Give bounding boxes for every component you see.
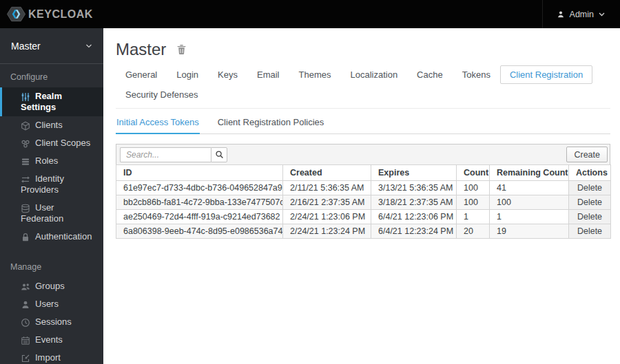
sidebar-item-user-federation[interactable]: User Federation xyxy=(0,199,103,228)
cell-remaining: 19 xyxy=(490,224,569,239)
client-registration-subtabs: Initial Access TokensClient Registration… xyxy=(116,112,610,134)
cell-remaining: 41 xyxy=(490,181,569,195)
cell-created: 2/24/21 1:23:24 PM xyxy=(283,224,371,239)
tab-general[interactable]: General xyxy=(116,65,167,84)
sidebar-section-configure: ConfigureRealm SettingsClientsClient Sco… xyxy=(0,64,103,246)
table-toolbar: Create xyxy=(116,144,610,164)
cell-id: 6a806398-9eeb-474c-8d95-e0986536a74c xyxy=(116,224,283,239)
user-menu[interactable]: Admin xyxy=(542,0,620,28)
cell-id: bb2cb86b-fa81-4c72-9bba-133e7477507c xyxy=(116,195,283,210)
tab-security-defenses[interactable]: Security Defenses xyxy=(116,85,208,104)
table-header-row: IDCreatedExpiresCountRemaining CountActi… xyxy=(116,165,611,181)
cell-count: 20 xyxy=(457,224,490,239)
tab-login[interactable]: Login xyxy=(167,65,208,84)
sidebar-item-label: Client Scopes xyxy=(35,138,90,148)
delete-button[interactable]: Delete xyxy=(577,226,602,236)
sidebar-item-label: Groups xyxy=(35,281,65,291)
lock-icon xyxy=(21,233,30,242)
cube-icon xyxy=(21,121,30,131)
tab-cache[interactable]: Cache xyxy=(407,65,453,84)
cell-actions: Delete xyxy=(569,224,611,239)
delete-button[interactable]: Delete xyxy=(577,197,602,207)
sidebar-item-label: Events xyxy=(35,334,63,345)
page-title: Master xyxy=(116,40,166,59)
clock-icon xyxy=(21,318,30,328)
sidebar-section-manage: ManageGroupsUsersSessionsEventsImportExp… xyxy=(0,254,103,364)
table-row: bb2cb86b-fa81-4c72-9bba-133e7477507c2/16… xyxy=(116,195,611,210)
user-icon xyxy=(21,300,30,310)
create-button[interactable]: Create xyxy=(566,147,608,162)
sidebar-item-label: Sessions xyxy=(35,317,72,327)
cell-expires: 6/4/21 12:23:06 PM xyxy=(371,210,457,224)
sidebar: Master ConfigureRealm SettingsClientsCli… xyxy=(0,28,103,364)
keycloak-logo-icon xyxy=(7,5,25,23)
sidebar-item-sessions[interactable]: Sessions xyxy=(0,313,103,331)
scopes-icon xyxy=(21,139,30,149)
cell-actions: Delete xyxy=(569,195,611,210)
tab-themes[interactable]: Themes xyxy=(289,65,340,84)
sidebar-section-label: Configure xyxy=(0,64,103,87)
sidebar-item-label: Roles xyxy=(35,156,58,166)
sidebar-item-import[interactable]: Import xyxy=(0,349,103,364)
delete-realm-trash-icon[interactable] xyxy=(176,44,187,55)
tab-tokens[interactable]: Tokens xyxy=(453,65,500,84)
database-icon xyxy=(21,204,30,213)
exchange-icon xyxy=(21,175,30,184)
cell-count: 1 xyxy=(457,210,490,224)
sidebar-item-realm-settings[interactable]: Realm Settings xyxy=(0,87,103,116)
sidebar-item-label: Clients xyxy=(35,120,63,130)
tab-keys[interactable]: Keys xyxy=(208,65,247,84)
column-header-created: Created xyxy=(283,165,371,181)
delete-button[interactable]: Delete xyxy=(577,212,602,222)
cell-created: 2/24/21 1:23:06 PM xyxy=(283,210,371,224)
calendar-icon xyxy=(21,336,30,345)
initial-access-tokens-table: IDCreatedExpiresCountRemaining CountActi… xyxy=(116,164,611,239)
import-icon xyxy=(21,354,30,363)
search-input[interactable] xyxy=(120,147,211,162)
cell-expires: 6/4/21 12:23:24 PM xyxy=(371,224,457,239)
sidebar-item-groups[interactable]: Groups xyxy=(0,277,103,295)
sidebar-item-roles[interactable]: Roles xyxy=(0,152,103,170)
column-header-id: ID xyxy=(116,165,283,181)
user-menu-label: Admin xyxy=(570,10,594,19)
cell-created: 2/16/21 2:37:35 AM xyxy=(283,195,371,210)
sidebar-item-label: Authentication xyxy=(35,231,92,242)
cell-expires: 3/13/21 5:36:35 AM xyxy=(371,181,457,195)
cell-count: 100 xyxy=(457,195,490,210)
sidebar-item-clients[interactable]: Clients xyxy=(0,116,103,134)
search-button[interactable] xyxy=(211,147,227,162)
cell-id: ae250469-72d4-4fff-919a-c9214ed73682 xyxy=(116,210,283,224)
chevron-down-icon xyxy=(599,12,605,17)
sidebar-item-label: Users xyxy=(35,299,59,309)
groups-icon xyxy=(21,282,30,292)
cell-remaining: 100 xyxy=(490,195,569,210)
table-row: ae250469-72d4-4fff-919a-c9214ed736822/24… xyxy=(116,210,611,224)
column-header-expires: Expires xyxy=(371,165,457,181)
subtab-client-registration-policies[interactable]: Client Registration Policies xyxy=(217,112,325,133)
tab-localization[interactable]: Localization xyxy=(340,65,407,84)
column-header-remaining-count: Remaining Count xyxy=(490,165,569,181)
roles-icon xyxy=(21,157,30,167)
search-icon xyxy=(215,150,224,159)
sidebar-section-label: Manage xyxy=(0,254,103,277)
table-row: 61e97ec7-d733-4dbc-b736-049652847a982/11… xyxy=(116,181,611,195)
cell-actions: Delete xyxy=(569,210,611,224)
sidebar-item-events[interactable]: Events xyxy=(0,331,103,349)
sidebar-nav: ConfigureRealm SettingsClientsClient Sco… xyxy=(0,64,103,364)
sidebar-item-identity-providers[interactable]: Identity Providers xyxy=(0,170,103,199)
cell-expires: 3/18/21 2:37:35 AM xyxy=(371,195,457,210)
sidebar-item-authentication[interactable]: Authentication xyxy=(0,228,103,246)
main-content: Master GeneralLoginKeysEmailThemesLocali… xyxy=(103,28,620,364)
keycloak-logo: KEYCLOAK xyxy=(0,5,93,23)
topbar: KEYCLOAK Admin xyxy=(0,0,620,28)
sidebar-item-users[interactable]: Users xyxy=(0,295,103,313)
delete-button[interactable]: Delete xyxy=(577,183,602,193)
user-icon xyxy=(557,10,565,19)
cell-created: 2/11/21 5:36:35 AM xyxy=(283,181,371,195)
tab-client-registration[interactable]: Client Registration xyxy=(500,65,592,84)
column-header-actions: Actions xyxy=(569,165,611,181)
sidebar-item-client-scopes[interactable]: Client Scopes xyxy=(0,134,103,152)
realm-selector[interactable]: Master xyxy=(0,28,103,64)
tab-email[interactable]: Email xyxy=(247,65,289,84)
subtab-initial-access-tokens[interactable]: Initial Access Tokens xyxy=(116,112,200,134)
